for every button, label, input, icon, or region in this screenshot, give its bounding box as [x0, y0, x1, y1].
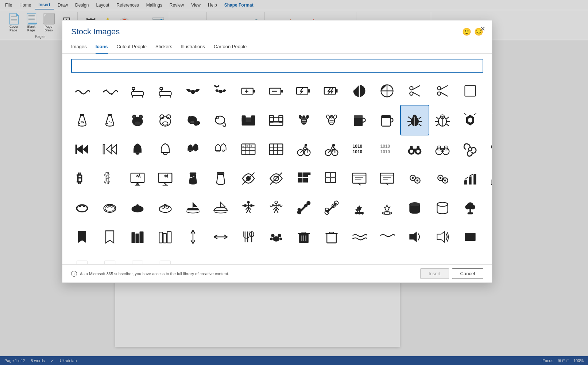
icon-bell2[interactable]: [151, 135, 179, 164]
icon-biohazard1[interactable]: [456, 135, 484, 164]
icon-placeholder16[interactable]: [484, 76, 492, 105]
icon-bed1[interactable]: [235, 105, 262, 135]
icon-waves2[interactable]: [373, 222, 401, 251]
icon-sliced-circle1[interactable]: [345, 76, 373, 105]
icon-chartbar2[interactable]: [484, 164, 492, 193]
icon-placeholder-d[interactable]: [151, 251, 179, 264]
icon-books1[interactable]: [124, 222, 151, 251]
icon-monitorbroken2[interactable]: [151, 164, 179, 193]
icon-arrows2[interactable]: [207, 222, 235, 251]
icon-binoculars1[interactable]: [401, 135, 429, 164]
icon-dining2[interactable]: [96, 193, 124, 222]
icon-settings-cogs1[interactable]: [401, 164, 429, 193]
icon-settings-cogs2[interactable]: [429, 164, 456, 193]
tab-images[interactable]: Images: [71, 41, 87, 54]
icon-bear1[interactable]: [124, 105, 151, 135]
icon-cyclist2[interactable]: [318, 135, 345, 164]
icon-bear2[interactable]: [151, 105, 179, 135]
icon-bee2[interactable]: [318, 105, 345, 135]
icon-weightlifter2[interactable]: [262, 193, 290, 222]
icon-beermug2[interactable]: [373, 105, 401, 135]
icon-beehive2[interactable]: [484, 105, 492, 135]
icon-skipback2[interactable]: [96, 135, 124, 164]
icon-bookmark2[interactable]: [96, 222, 124, 251]
icons-grid-container[interactable]: ABC 10101010 10101010 ₿ ₿: [62, 76, 492, 264]
icon-bathtub2[interactable]: [151, 76, 179, 105]
icon-beaker2[interactable]: [96, 105, 124, 135]
icon-cyclist1[interactable]: [290, 135, 318, 164]
icon-bathtub1[interactable]: [124, 76, 151, 105]
icon-trash2[interactable]: [318, 222, 345, 251]
icon-binary2[interactable]: 10101010: [373, 135, 401, 164]
icon-bitcoin1[interactable]: ₿: [68, 164, 96, 193]
icon-battery-charge1[interactable]: [290, 76, 318, 105]
tab-stickers[interactable]: Stickers: [155, 41, 172, 54]
icon-board1[interactable]: [345, 164, 373, 193]
icon-bells1[interactable]: [179, 135, 207, 164]
icon-bonsai1[interactable]: [456, 193, 484, 222]
icon-bell1[interactable]: [124, 135, 151, 164]
icon-wavy2[interactable]: [96, 76, 124, 105]
icon-beetle2[interactable]: [429, 105, 456, 135]
icon-bone1[interactable]: [290, 193, 318, 222]
icon-beaver2[interactable]: [207, 105, 235, 135]
insert-button[interactable]: Insert: [420, 268, 449, 279]
icon-ballot2[interactable]: [262, 135, 290, 164]
icon-bonsai2[interactable]: [484, 193, 492, 222]
icon-rect1[interactable]: [456, 222, 484, 251]
icon-biohazard2[interactable]: [484, 135, 492, 164]
icon-boat2[interactable]: [207, 193, 235, 222]
icon-beermug1[interactable]: [345, 105, 373, 135]
icon-bat1[interactable]: [179, 76, 207, 105]
icon-beehive1[interactable]: [456, 105, 484, 135]
icon-placeholder-a[interactable]: [68, 251, 96, 264]
icon-blindeye2[interactable]: [262, 164, 290, 193]
icon-battery-charge2[interactable]: [318, 76, 345, 105]
icon-blindeye1[interactable]: [235, 164, 262, 193]
icon-meetingroom2[interactable]: [151, 193, 179, 222]
icon-bookmark1[interactable]: [68, 222, 96, 251]
icon-placeholder15[interactable]: [456, 76, 484, 105]
cancel-button[interactable]: Cancel: [452, 268, 483, 279]
icon-binoculars2[interactable]: [429, 135, 456, 164]
icon-dining1[interactable]: [68, 193, 96, 222]
icon-sound2[interactable]: [429, 222, 456, 251]
icon-placeholder-c[interactable]: [124, 251, 151, 264]
search-input[interactable]: [71, 59, 483, 73]
icon-placeholder-b[interactable]: [96, 251, 124, 264]
icon-rect2[interactable]: [484, 222, 492, 251]
tab-illustrations[interactable]: Illustrations: [181, 41, 205, 54]
icon-bells2[interactable]: [207, 135, 235, 164]
icon-bitcoin2[interactable]: ₿: [96, 164, 124, 193]
tab-cartoon-people[interactable]: Cartoon People: [214, 41, 247, 54]
icon-bone2[interactable]: [318, 193, 345, 222]
icon-wavy1[interactable]: [68, 76, 96, 105]
icon-meetingroom1[interactable]: [124, 193, 151, 222]
icon-trash1[interactable]: [290, 222, 318, 251]
close-button[interactable]: ✕: [477, 24, 488, 34]
icon-battery-minus[interactable]: [262, 76, 290, 105]
icon-sliced-circle2[interactable]: [373, 76, 401, 105]
icon-bonfire1[interactable]: [345, 193, 373, 222]
icon-books2[interactable]: [151, 222, 179, 251]
icon-scissors2[interactable]: [429, 76, 456, 105]
icon-battery-add[interactable]: [235, 76, 262, 105]
icon-bats[interactable]: [207, 76, 235, 105]
icon-monitorbroken1[interactable]: [124, 164, 151, 193]
icon-sound1[interactable]: [401, 222, 429, 251]
icon-binary1[interactable]: 10101010: [345, 135, 373, 164]
icon-bed2[interactable]: [262, 105, 290, 135]
tab-cutout-people[interactable]: Cutout People: [117, 41, 147, 54]
icon-arrows1[interactable]: [179, 222, 207, 251]
icon-skipback1[interactable]: [68, 135, 96, 164]
icon-bonfire2[interactable]: [373, 193, 401, 222]
icon-beetle1[interactable]: [401, 105, 429, 135]
icon-cutlery1[interactable]: [235, 222, 262, 251]
icon-boat1[interactable]: [179, 193, 207, 222]
icon-beaker1[interactable]: [68, 105, 96, 135]
icon-blender2[interactable]: [207, 164, 235, 193]
icon-chartbar1[interactable]: [456, 164, 484, 193]
icon-scissors1[interactable]: [401, 76, 429, 105]
icon-bongo2[interactable]: [429, 193, 456, 222]
icon-waves1[interactable]: [345, 222, 373, 251]
